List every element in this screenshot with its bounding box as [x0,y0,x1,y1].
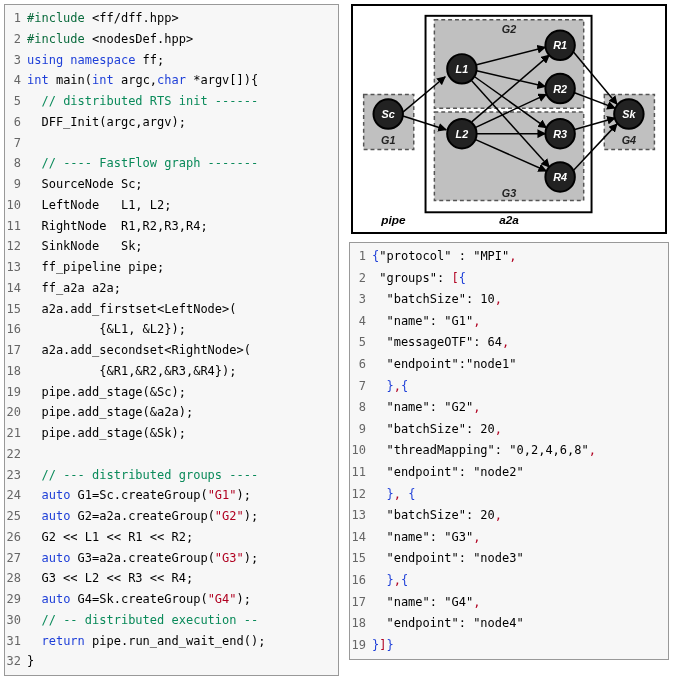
code-line: 5 // distributed RTS init ------ [5,91,335,112]
code-text: "endpoint": "node4" [372,613,665,635]
code-text: "name": "G3", [372,527,665,549]
code-line: 5 "messageOTF": 64, [350,332,665,354]
code-line: 30 // -- distributed execution -- [5,610,335,631]
code-line: 1#include <ff/dff.hpp> [5,8,335,29]
code-line: 3using namespace ff; [5,50,335,71]
line-number: 24 [5,485,27,506]
code-line: 19}]} [350,635,665,657]
line-number: 17 [5,340,27,361]
code-line: 7 },{ [350,376,665,398]
code-text: a2a.add_secondset<RightNode>( [27,340,335,361]
line-number: 5 [350,332,372,354]
code-line: 17 "name": "G4", [350,592,665,614]
code-line: 24 auto G1=Sc.createGroup("G1"); [5,485,335,506]
line-number: 2 [350,268,372,290]
code-text: "endpoint": "node2" [372,462,665,484]
code-text: auto G1=Sc.createGroup("G1"); [27,485,335,506]
label-a2a: a2a [499,213,519,226]
line-number: 4 [350,311,372,333]
line-number: 14 [350,527,372,549]
code-text: auto G3=a2a.createGroup("G3"); [27,548,335,569]
code-text: ff_pipeline pipe; [27,257,335,278]
code-line: 14 ff_a2a a2a; [5,278,335,299]
line-number: 19 [5,382,27,403]
label-g4: G4 [622,134,636,146]
code-line: 10 "threadMapping": "0,2,4,6,8", [350,440,665,462]
line-number: 6 [350,354,372,376]
line-number: 22 [5,444,27,465]
code-line: 25 auto G2=a2a.createGroup("G2"); [5,506,335,527]
code-text: "messageOTF": 64, [372,332,665,354]
line-number: 2 [5,29,27,50]
line-number: 23 [5,465,27,486]
line-number: 15 [5,299,27,320]
code-text: },{ [372,570,665,592]
code-text: "groups": [{ [372,268,665,290]
code-text: SinkNode Sk; [27,236,335,257]
line-number: 31 [5,631,27,652]
code-text: DFF_Init(argc,argv); [27,112,335,133]
code-line: 6 "endpoint":"node1" [350,354,665,376]
code-text: SourceNode Sc; [27,174,335,195]
cpp-code-panel: 1#include <ff/dff.hpp>2#include <nodesDe… [4,4,339,676]
line-number: 13 [350,505,372,527]
code-line: 13 ff_pipeline pipe; [5,257,335,278]
code-text: "batchSize": 20, [372,505,665,527]
line-number: 21 [5,423,27,444]
code-line: 31 return pipe.run_and_wait_end(); [5,631,335,652]
code-text: LeftNode L1, L2; [27,195,335,216]
line-number: 16 [350,570,372,592]
line-number: 11 [5,216,27,237]
code-text: {&R1,&R2,&R3,&R4}); [27,361,335,382]
line-number: 9 [5,174,27,195]
json-config-panel: 1{"protocol" : "MPI",2 "groups": [{3 "ba… [349,242,669,660]
code-text: "name": "G4", [372,592,665,614]
node-sc: Sc [382,108,395,120]
line-number: 18 [350,613,372,635]
code-text: }, { [372,484,665,506]
node-sk: Sk [622,108,636,120]
code-line: 11 RightNode R1,R2,R3,R4; [5,216,335,237]
node-l2: L2 [456,128,469,140]
code-line: 12 SinkNode Sk; [5,236,335,257]
line-number: 10 [350,440,372,462]
code-text: } [27,651,335,672]
code-line: 17 a2a.add_secondset<RightNode>( [5,340,335,361]
line-number: 18 [5,361,27,382]
line-number: 32 [5,651,27,672]
code-text: return pipe.run_and_wait_end(); [27,631,335,652]
code-text: "name": "G2", [372,397,665,419]
code-text: RightNode R1,R2,R3,R4; [27,216,335,237]
node-r3: R3 [553,128,567,140]
line-number: 13 [5,257,27,278]
node-r2: R2 [553,83,567,95]
code-text: ff_a2a a2a; [27,278,335,299]
code-text: pipe.add_stage(&Sc); [27,382,335,403]
fastflow-graph-diagram: G1 Sc G2 L1 R1 R2 G3 L2 R3 R4 G4 [351,4,667,234]
code-text: // ---- FastFlow graph ------- [27,153,335,174]
code-line: 20 pipe.add_stage(&a2a); [5,402,335,423]
code-text: using namespace ff; [27,50,335,71]
code-line: 9 "batchSize": 20, [350,419,665,441]
code-text: "batchSize": 10, [372,289,665,311]
line-number: 19 [350,635,372,657]
label-pipe: pipe [380,213,406,226]
line-number: 9 [350,419,372,441]
code-line: 4 "name": "G1", [350,311,665,333]
code-line: 10 LeftNode L1, L2; [5,195,335,216]
line-number: 8 [350,397,372,419]
line-number: 3 [5,50,27,71]
line-number: 7 [5,133,27,154]
line-number: 15 [350,548,372,570]
code-text: "batchSize": 20, [372,419,665,441]
code-text: // distributed RTS init ------ [27,91,335,112]
line-number: 26 [5,527,27,548]
line-number: 1 [350,246,372,268]
code-line: 1{"protocol" : "MPI", [350,246,665,268]
code-line: 29 auto G4=Sk.createGroup("G4"); [5,589,335,610]
line-number: 28 [5,568,27,589]
line-number: 16 [5,319,27,340]
label-g1: G1 [381,134,395,146]
code-line: 22 [5,444,335,465]
code-line: 9 SourceNode Sc; [5,174,335,195]
